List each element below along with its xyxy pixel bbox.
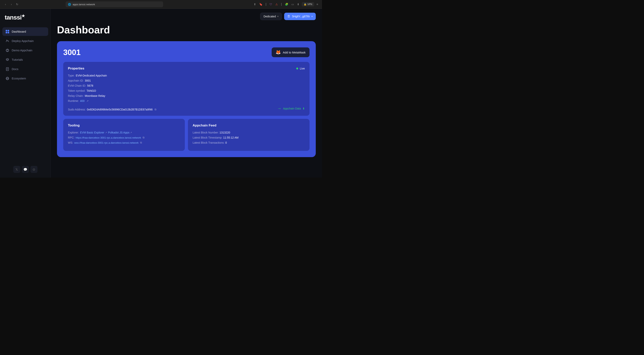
card-header: 3001 🦊 Add to MetaMask xyxy=(63,48,310,57)
token-symbol-row: Token symbol: TANGO xyxy=(68,89,305,92)
address-bar[interactable]: 🌐 apps.tanssi.network xyxy=(66,1,163,7)
evm-explorer-link[interactable]: EVM Basic Explorer ↗ xyxy=(80,131,107,134)
type-row: Type: EVM-Dedicated Appchain xyxy=(68,74,305,77)
bottom-cards: Tooling Explorer: EVM Basic Explorer ↗ P… xyxy=(63,119,310,151)
block-timestamp-value: 11:55:12 AM xyxy=(223,136,239,139)
globe-icon: 🌐 xyxy=(68,3,71,6)
block-number-value: 1313220 xyxy=(220,131,230,134)
wallet-address: 5Hg8Y...g6TRr xyxy=(292,15,310,18)
sidebar-item-demo-appchain[interactable]: Demo Appchain xyxy=(2,46,48,55)
sidebar-item-docs[interactable]: Docs xyxy=(2,65,48,74)
metamask-btn-label: Add to MetaMask xyxy=(283,51,306,54)
sidebar-item-dashboard[interactable]: Dashboard xyxy=(2,27,48,36)
sidebar-item-demo-label: Demo Appchain xyxy=(12,48,32,52)
rpc-value: https://fraa-dancebox-3001-rpc.a.dancebo… xyxy=(76,136,141,139)
svg-point-8 xyxy=(7,49,8,50)
type-label: Type: xyxy=(68,74,74,77)
sidebar-item-tutorials[interactable]: Tutorials xyxy=(2,56,48,64)
copy-sudo-icon[interactable]: ⧉ xyxy=(154,108,156,111)
token-symbol-value: TANGO xyxy=(86,89,96,92)
download-icon[interactable]: ⬇ xyxy=(296,2,300,7)
svg-rect-3 xyxy=(8,32,9,33)
twitter-icon[interactable]: 𝕏 xyxy=(13,166,20,173)
sidebar-item-ecosystem[interactable]: Ecosystem xyxy=(2,74,48,83)
dedicated-label: Dedicated xyxy=(264,15,276,18)
sidebar: tanssi★ Dashboard xyxy=(0,9,51,178)
block-timestamp-label: Latest Block Timestamp: xyxy=(192,136,222,139)
dashboard-content: Dashboard 3001 🦊 Add to MetaMask Propert… xyxy=(51,24,322,163)
dedicated-dropdown[interactable]: Dedicated ▾ xyxy=(260,13,282,20)
sidebar-nav: Dashboard Deploy Appchain xyxy=(0,27,50,83)
alert-icon[interactable]: ⚠ xyxy=(274,2,279,7)
extensions-icon[interactable]: 🧩 xyxy=(284,2,289,7)
svg-rect-0 xyxy=(6,30,7,32)
polkadot-js-link[interactable]: Polkadot JS Apps ↗ xyxy=(108,131,132,134)
explorer-label: Explorer: xyxy=(68,131,79,134)
sudo-address-row: Sudo Address: 0x6D624A89984e5c56996CDa01… xyxy=(68,108,156,111)
menu-icon[interactable]: ≡ xyxy=(316,2,319,7)
token-symbol-label: Token symbol: xyxy=(68,89,85,92)
copy-ws-icon[interactable]: ⧉ xyxy=(140,141,142,144)
status-badge: Live xyxy=(296,67,305,70)
logo-area: tanssi★ xyxy=(0,14,50,27)
add-to-metamask-button[interactable]: 🦊 Add to MetaMask xyxy=(272,48,310,57)
sidebar-item-deploy-appchain[interactable]: Deploy Appchain xyxy=(2,37,48,45)
github-icon[interactable]: ⊙ xyxy=(30,166,38,173)
block-transactions-value: 0 xyxy=(225,141,227,144)
appchain-id-value: 3001 xyxy=(85,79,91,82)
back-button[interactable]: ‹ xyxy=(3,2,8,7)
vpn-badge[interactable]: 🔒 VPN xyxy=(302,2,314,6)
status-dot xyxy=(296,68,298,70)
block-transactions-label: Latest Block Transactions: xyxy=(192,141,224,144)
block-transactions-row: Latest Block Transactions: 0 xyxy=(192,141,305,144)
page-title: Dashboard xyxy=(57,24,316,36)
relay-chain-label: Relay Chain: xyxy=(68,94,84,98)
evm-chain-id-row: EVM Chain ID: 5678 xyxy=(68,84,305,87)
wallet-chevron-icon: ▾ xyxy=(312,15,313,18)
share-icon[interactable]: ⬆ xyxy=(253,2,257,7)
feed-title: Appchain Feed xyxy=(192,124,305,128)
sidebar-item-dashboard-label: Dashboard xyxy=(12,30,26,33)
sidebar-bottom: 𝕏 💬 ⊙ xyxy=(0,166,50,173)
reload-button[interactable]: ↻ xyxy=(15,2,20,7)
properties-card: Properties Live Type: EVM-Dedicated Appc… xyxy=(63,62,310,116)
block-number-row: Latest Block Number: 1313220 xyxy=(192,131,305,134)
relay-chain-value: Moonbase Relay xyxy=(85,94,105,98)
copy-rpc-icon[interactable]: ⧉ xyxy=(143,136,144,139)
browser-actions: ⬆ 🔖 | 🛡 ⚠ | 🧩 ▭ ⬇ 🔒 VPN ≡ xyxy=(253,2,319,7)
ws-row: WS: wss://fraa-dancebox-3001-rpc.a.dance… xyxy=(68,141,180,144)
svg-rect-1 xyxy=(8,30,9,32)
relay-chain-row: Relay Chain: Moonbase Relay xyxy=(68,94,305,98)
runtime-row: Runtime: 400 ↗ xyxy=(68,99,305,102)
wallet-button[interactable]: 🗓 5Hg8Y...g6TRr ▾ xyxy=(284,13,316,20)
status-label: Live xyxy=(300,67,305,70)
runtime-label: Runtime: xyxy=(68,99,79,102)
forward-button[interactable]: › xyxy=(9,2,14,7)
sudo-address-label: Sudo Address: xyxy=(68,108,86,111)
svg-point-7 xyxy=(8,50,8,50)
ws-value: wss://fraa-dancebox-3001-rpc.a.dancebox.… xyxy=(74,141,138,144)
svg-rect-2 xyxy=(6,32,7,33)
deploy-icon xyxy=(6,39,9,43)
svg-point-6 xyxy=(7,50,7,50)
external-link-icon[interactable]: ↗ xyxy=(86,100,88,102)
block-number-label: Latest Block Number: xyxy=(192,131,219,134)
main-card: 3001 🦊 Add to MetaMask Properties Live xyxy=(57,41,316,157)
chevron-down-icon: ▾ xyxy=(277,15,278,18)
runtime-link[interactable]: 400 xyxy=(80,99,84,102)
download-icon: ⬇ xyxy=(302,107,305,110)
evm-chain-id-label: EVM Chain ID: xyxy=(68,84,86,87)
properties-title: Properties xyxy=(68,66,84,70)
tooling-title: Tooling xyxy=(68,124,180,128)
split-view-icon[interactable]: ▭ xyxy=(290,2,295,7)
ecosystem-icon xyxy=(6,76,9,80)
bookmark-icon[interactable]: 🔖 xyxy=(258,2,263,7)
browser-chrome: ‹ › ↻ 🌐 apps.tanssi.network ⬆ 🔖 | 🛡 ⚠ | … xyxy=(0,0,322,9)
sudo-address-value: 0x6D624A89984e5c56996CDa013b2B7B1DE67a9f… xyxy=(87,108,152,111)
appchain-data-link[interactable]: → Appchain Data ⬇ xyxy=(277,106,305,111)
sidebar-item-ecosystem-label: Ecosystem xyxy=(12,77,26,80)
shield-icon[interactable]: 🛡 xyxy=(269,2,273,7)
discord-icon[interactable]: 💬 xyxy=(22,166,29,173)
sidebar-item-tutorials-label: Tutorials xyxy=(12,58,23,61)
logo: tanssi★ xyxy=(5,14,46,21)
